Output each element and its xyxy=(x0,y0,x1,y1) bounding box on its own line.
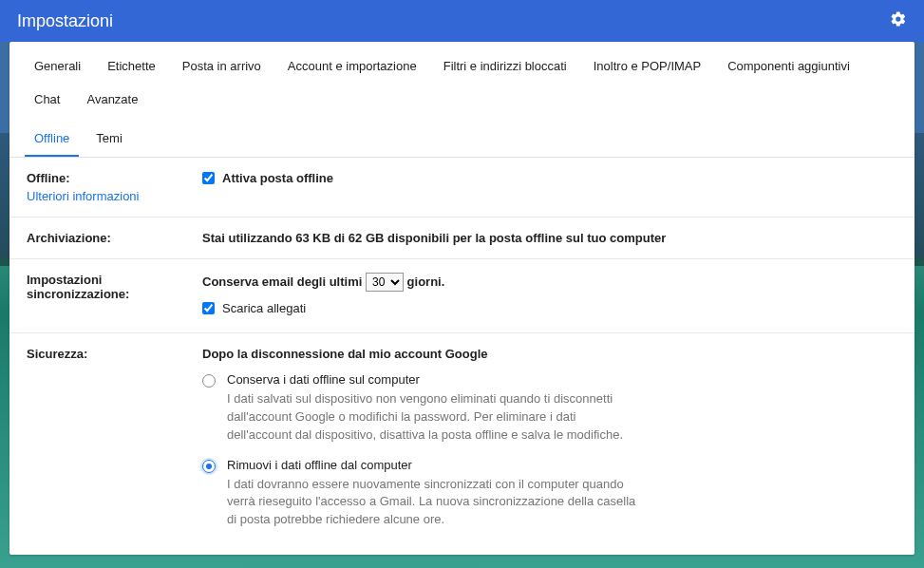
storage-label: Archiviazione: xyxy=(27,231,111,245)
tab-chat[interactable]: Chat xyxy=(25,85,69,118)
tab-etichette[interactable]: Etichette xyxy=(98,51,165,85)
tab-avanzate[interactable]: Avanzate xyxy=(77,85,147,118)
gear-icon[interactable] xyxy=(890,10,907,32)
security-label: Sicurezza: xyxy=(27,347,87,361)
security-keep-desc: I dati salvati sul dispositivo non vengo… xyxy=(227,390,639,445)
tab-account-e-importazione[interactable]: Account e importazione xyxy=(278,51,426,85)
tab-filtri-e-indirizzi-bloccati[interactable]: Filtri e indirizzi bloccati xyxy=(434,51,576,85)
sync-label: Impostazioni sincronizzazione: xyxy=(27,273,129,301)
keep-suffix: giorni. xyxy=(407,275,445,289)
download-attachments-label: Scarica allegati xyxy=(222,301,306,315)
tab-offline[interactable]: Offline xyxy=(25,123,79,157)
security-remove-desc: I dati dovranno essere nuovamente sincro… xyxy=(227,476,639,530)
security-remove-title: Rimuovi i dati offline dal computer xyxy=(227,458,639,472)
page-title: Impostazioni xyxy=(17,11,113,31)
tab-inoltro-e-pop-imap[interactable]: Inoltro e POP/IMAP xyxy=(584,51,710,85)
tab-componenti-aggiuntivi[interactable]: Componenti aggiuntivi xyxy=(718,51,859,85)
more-info-link[interactable]: Ulteriori informazioni xyxy=(27,189,202,203)
tab-posta-in-arrivo[interactable]: Posta in arrivo xyxy=(173,51,271,85)
offline-label: Offline: xyxy=(27,171,70,185)
storage-text: Stai utilizzando 63 KB di 62 GB disponib… xyxy=(202,231,666,245)
keep-prefix: Conserva email degli ultimi xyxy=(202,275,362,289)
enable-offline-checkbox[interactable] xyxy=(202,172,215,184)
settings-tabs: GeneraliEtichettePosta in arrivoAccount … xyxy=(9,42,915,158)
download-attachments-checkbox[interactable] xyxy=(202,302,215,314)
security-remove-radio[interactable] xyxy=(202,460,216,473)
tab-temi[interactable]: Temi xyxy=(86,123,131,157)
enable-offline-label: Attiva posta offline xyxy=(222,171,333,185)
tab-generali[interactable]: Generali xyxy=(25,51,90,85)
security-keep-title: Conserva i dati offline sul computer xyxy=(227,372,639,387)
security-keep-radio[interactable] xyxy=(202,374,216,388)
days-select[interactable]: 30 xyxy=(366,273,404,292)
security-heading: Dopo la disconnessione dal mio account G… xyxy=(202,347,897,361)
